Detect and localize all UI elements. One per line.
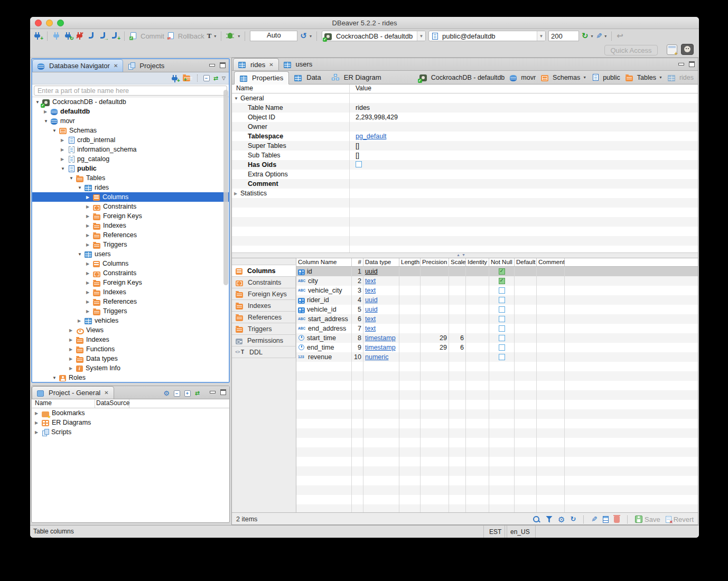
editor-tab-users[interactable]: users (279, 58, 318, 70)
expand-arrow[interactable]: ▶ (86, 299, 93, 304)
detail-tab-constraints[interactable]: Constraints (232, 276, 296, 288)
close-icon[interactable]: ✕ (114, 63, 118, 69)
grid-header-precision[interactable]: Precision (421, 258, 449, 266)
column-row-vehicle-city[interactable]: vehicle_city3text (296, 286, 698, 295)
data-type-link[interactable]: text (365, 287, 376, 294)
open-perspective-icon[interactable] (667, 44, 677, 55)
property-row-statistics[interactable]: ▶Statistics (232, 189, 698, 198)
expand-arrow[interactable]: ▶ (35, 411, 42, 416)
column-row-id[interactable]: id1uuid (296, 267, 698, 276)
expand-arrow[interactable]: ▶ (86, 214, 93, 219)
grid-header-identity[interactable]: Identity (466, 258, 489, 266)
subtab-er-diagram[interactable]: ER Diagram (326, 71, 387, 84)
breadcrumb-item-tables[interactable]: Tables▼ (626, 74, 662, 81)
property-row-object-id[interactable]: Object ID2,293,998,429 (232, 113, 698, 122)
maximize-view-icon[interactable] (220, 62, 226, 68)
data-type-link[interactable]: text (365, 325, 376, 332)
tree-item-pg-catalog[interactable]: ▶pg_catalog (32, 154, 229, 164)
chevron-down-icon[interactable]: ▼ (583, 76, 586, 79)
expand-arrow[interactable]: ▶ (86, 290, 93, 295)
tree-item-data-types[interactable]: ▶Data types (32, 354, 229, 363)
debug-button[interactable]: ▾ (226, 32, 240, 40)
tree-item-foreign-keys[interactable]: ▶Foreign Keys (32, 278, 229, 287)
expand-arrow[interactable]: ▶ (86, 242, 93, 247)
tree-item-users[interactable]: ▼users (32, 249, 229, 259)
not-null-checkbox[interactable] (499, 268, 505, 275)
column-row-rider-id[interactable]: rider_id4uuid (296, 295, 698, 305)
subtab-data[interactable]: Data (289, 71, 326, 84)
edit-pencil-icon[interactable]: ✎ (591, 515, 598, 523)
new-folder-icon[interactable] (183, 74, 191, 82)
expand-arrow[interactable]: ▶ (86, 271, 93, 276)
tree-item-triggers[interactable]: ▶Triggers (32, 306, 229, 316)
expand-arrow[interactable]: ▶ (86, 204, 93, 209)
expand-arrow[interactable]: ▼ (78, 185, 85, 190)
not-null-checkbox[interactable] (499, 325, 505, 332)
data-type-link[interactable]: text (365, 277, 376, 285)
connect-icon[interactable] (52, 32, 61, 40)
property-value-link[interactable]: pg_default (356, 133, 386, 140)
collapse-all-icon[interactable] (174, 390, 180, 397)
schema-combo[interactable]: public@defaultdb ▼ (428, 31, 546, 41)
tree-item-triggers[interactable]: ▶Triggers (32, 240, 229, 249)
filter-icon[interactable] (546, 516, 553, 523)
minimize-editor-icon[interactable] (678, 63, 684, 65)
tab-projects[interactable]: Projects (123, 59, 169, 72)
column-row-end-time[interactable]: end_time9timestamp296 (296, 343, 698, 352)
save-button[interactable]: Save (635, 516, 660, 523)
detail-tab-ddl[interactable]: DDL (232, 346, 296, 358)
expand-arrow[interactable]: ▶ (44, 109, 51, 114)
expand-arrow[interactable]: ▶ (35, 430, 42, 435)
breadcrumb-item-cockroachdb-defaultdb[interactable]: CockroachDB - defaultdb (419, 74, 505, 81)
detail-tab-columns[interactable]: Columns (232, 265, 296, 277)
not-null-checkbox[interactable] (499, 354, 505, 360)
detail-tab-permissions[interactable]: Permissions (232, 334, 296, 346)
search-icon[interactable] (533, 516, 540, 523)
project-item-er-diagrams[interactable]: ▶ER Diagrams (32, 418, 229, 427)
tree-item-cockroachdb-defaultdb[interactable]: ▼CockroachDB - defaultdb (32, 97, 229, 107)
splitter-sash[interactable]: ▲▼ (232, 252, 698, 258)
column-row-city[interactable]: city2text (296, 276, 698, 286)
grid-header-scale[interactable]: Scale (449, 258, 466, 266)
tab-database-navigator[interactable]: Database Navigator✕ (32, 59, 123, 72)
property-row-comment[interactable]: Comment (232, 179, 698, 189)
tree-item-indexes[interactable]: ▶Indexes (32, 335, 229, 344)
connection-combo[interactable]: CockroachDB - defaultdb ▼ (322, 31, 426, 41)
tree-item-schemas[interactable]: ▼Schemas (32, 126, 229, 135)
breadcrumb-item-public[interactable]: public (592, 74, 620, 81)
tree-item-references[interactable]: ▶References (32, 230, 229, 240)
grid-header-data-type[interactable]: Data type (363, 258, 399, 266)
not-null-checkbox[interactable] (499, 306, 505, 313)
data-type-link[interactable]: timestamp (365, 344, 396, 351)
collapse-all-icon[interactable] (203, 75, 210, 81)
detail-tab-indexes[interactable]: Indexes (232, 299, 296, 312)
close-icon[interactable]: ✕ (104, 390, 108, 396)
expand-arrow[interactable]: ▶ (69, 338, 76, 342)
property-row-super-tables[interactable]: Super Tables[] (232, 141, 698, 151)
view-menu-icon[interactable]: ▽ (222, 76, 226, 81)
column-row-start-address[interactable]: start_address6text (296, 314, 698, 324)
not-null-checkbox[interactable] (499, 287, 505, 294)
tree-item-indexes[interactable]: ▶Indexes (32, 287, 229, 297)
not-null-checkbox[interactable] (499, 278, 505, 284)
new-sql-editor-icon[interactable]: + (110, 32, 119, 40)
expand-arrow[interactable]: ▶ (86, 223, 93, 228)
revert-button[interactable]: Revert (666, 516, 694, 523)
locale-indicator[interactable]: en_US (505, 526, 536, 538)
data-type-link[interactable]: uuid (365, 296, 378, 304)
refresh-button[interactable]: ↻▾ (582, 32, 593, 40)
detail-tab-triggers[interactable]: Triggers (232, 323, 296, 335)
close-window-button[interactable] (35, 20, 42, 26)
editor-tab-rides[interactable]: rides✕ (233, 58, 279, 70)
breadcrumb-item-rides[interactable]: rides (668, 74, 694, 81)
new-connection-icon[interactable]: + (171, 74, 179, 82)
column-row-end-address[interactable]: end_address7text (296, 324, 698, 333)
tree-item-tables[interactable]: ▼Tables (32, 173, 229, 183)
detail-tab-foreign-keys[interactable]: Foreign Keys (232, 288, 296, 300)
disconnect-icon[interactable] (76, 32, 85, 40)
expand-arrow[interactable]: ▼ (52, 128, 59, 133)
refresh-icon[interactable]: ↻ (570, 515, 576, 523)
project-item-bookmarks[interactable]: ▶Bookmarks (32, 408, 229, 418)
column-row-revenue[interactable]: revenue10numeric (296, 352, 698, 362)
new-connection-icon[interactable]: + (33, 32, 42, 40)
